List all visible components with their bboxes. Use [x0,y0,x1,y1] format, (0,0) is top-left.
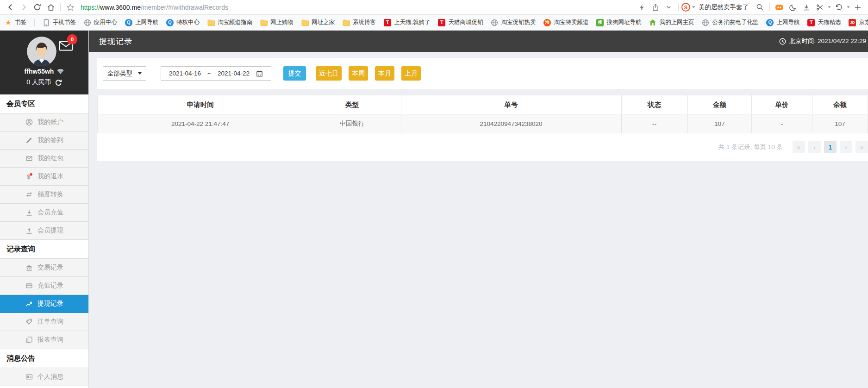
back-icon[interactable] [4,1,17,13]
pencil-icon [25,137,33,144]
exchange-icon [25,191,33,198]
quick-this-week-button[interactable]: 本周 [349,66,368,81]
last-page-button[interactable]: » [856,141,868,153]
sidebar-item-my-account[interactable]: 我的帐户 [0,113,88,131]
home-icon[interactable] [44,1,57,13]
download-icon [25,209,33,216]
cell-order-number: 210422094734238020 [401,114,621,133]
bookmark-item[interactable]: 天猫商城促销 [438,19,483,26]
date-range-input[interactable]: 2021-04-16 ~ 2021-04-22 [161,66,271,81]
bookmark-item[interactable]: 特权中心 [166,19,200,26]
bookmark-item[interactable]: 上天猫,就购了 [384,19,430,26]
bookmark-item[interactable]: 网上购物 [260,19,293,26]
bookmark-item[interactable]: 搜狗网址导航 [596,19,641,26]
mail-button[interactable]: 0 [59,40,73,51]
taobao-icon [543,19,551,26]
prev-page-button[interactable]: ‹ [808,141,821,153]
bookmark-item[interactable]: 应用中心 [84,19,117,26]
tmall-icon [807,19,815,26]
type-select[interactable]: 全部类型 [103,66,146,81]
page-1-button[interactable]: 1 [824,141,837,153]
sidebar-item-bet-records[interactable]: 注单查询 [0,313,88,331]
bookmark-star-icon[interactable] [63,1,77,13]
divider [769,3,770,11]
user-icon [25,119,33,126]
beijing-time-text: 北京时间: 2021/04/22 22:29 [789,37,866,45]
page-body: 提现记录 北京时间: 2021/04/22 22:29 [0,31,868,388]
new-tab-plus-icon[interactable] [851,1,864,13]
refresh-balance-icon[interactable] [55,79,62,86]
game-center-icon[interactable] [773,1,786,13]
lightning-icon[interactable] [635,1,649,13]
house-icon [649,19,656,26]
sidebar-item-transaction-records[interactable]: 交易记录 [0,259,88,277]
sidebar-item-deposit[interactable]: 会员充值 [0,204,88,222]
pagination: 共 1 条记录, 每页 10 条 « ‹ 1 › » [97,133,868,161]
date-range-separator: ~ [207,70,211,77]
submit-button[interactable]: 提交 [283,66,306,81]
undo-history-icon[interactable] [832,1,845,13]
bookmark-item[interactable]: 网址之家 [301,19,335,26]
col-balance: 余额 [812,95,868,114]
sidebar-item-sign-in[interactable]: 我的签到 [0,131,88,150]
sidebar-item-report-query[interactable]: 报表查询 [0,331,88,349]
sidebar: 0 ffhw55wh 0 人民币 会员专区 我的帐户 我的签到 我的红包 $我的… [0,31,89,388]
share-icon[interactable] [649,1,662,13]
sogou-icon [596,19,604,26]
quick-last-month-button[interactable]: 上月 [401,66,421,81]
sidebar-item-withdraw[interactable]: 会员提现 [0,222,88,240]
first-page-button[interactable]: « [793,141,805,153]
sogou-logo-icon[interactable] [681,3,690,12]
folder-icon [260,19,268,26]
user-panel: 0 ffhw55wh 0 人民币 [0,31,88,94]
chevron-down-icon[interactable] [662,1,675,13]
quick-this-month-button[interactable]: 本月 [375,66,394,81]
bookmark-item[interactable]: 公务消费电子化监 [702,19,758,26]
download-icon[interactable] [799,1,813,13]
sidebar-item-red-packet[interactable]: 我的红包 [0,150,88,168]
divider [34,19,35,26]
pagination-summary: 共 1 条记录, 每页 10 条 [718,143,783,151]
dollar-dot-icon: $ [25,173,33,180]
globe-icon [491,19,498,26]
tags-icon [25,318,33,325]
sidebar-item-personal-messages[interactable]: 个人消息 [0,368,88,386]
forward-icon[interactable] [17,1,31,13]
q-badge-icon [766,19,774,26]
screenshot-scissors-icon[interactable] [813,1,826,13]
bookmark-item[interactable]: 天猫精选 [807,19,841,26]
dark-mode-moon-icon[interactable] [786,1,799,13]
bookmark-item[interactable]: 手机书签 [43,19,76,26]
bookmark-item[interactable]: 我的上网主页 [649,19,694,26]
bookmark-item[interactable]: 书签 [5,19,26,26]
bookmark-item[interactable]: 上网导航 [125,19,158,26]
cell-status: -- [621,114,687,133]
search-suggestion[interactable]: 美的居然卖手套了 [699,3,749,12]
calendar-icon [256,70,263,77]
sidebar-item-rebate[interactable]: $我的返水 [0,168,88,186]
search-engine-caret-icon[interactable] [690,1,697,13]
avatar[interactable] [27,37,56,66]
undo-caret-icon[interactable] [845,1,851,13]
bookmark-item[interactable]: 淘宝促销热卖 [491,19,536,26]
next-page-button[interactable]: › [840,141,852,153]
bookmark-item[interactable]: 京东商城 [849,19,868,26]
section-header-announcements: 消息公告 [0,349,88,368]
quick-last-7-days-button[interactable]: 近七日 [316,66,342,81]
q-badge-icon [166,19,174,26]
sidebar-item-deposit-records[interactable]: 充值记录 [0,277,88,295]
bookmark-item[interactable]: 淘宝特卖频道 [543,19,588,26]
bookmark-item[interactable]: 淘宝频道指南 [207,19,252,26]
main-content: 全部类型 2021-04-16 ~ 2021-04-22 提交 近七日 本周 本… [89,31,868,388]
bookmark-item[interactable]: 上网导航 [766,19,799,26]
table-row: 2021-04-22 21:47:47 中国银行 210422094734238… [98,114,868,133]
url-field[interactable]: https://www.3600.me/member/#/withdrawalR… [81,4,228,11]
bookmark-item[interactable]: 系统博客 [343,19,376,26]
username: ffhw55wh [25,68,54,75]
reload-icon[interactable] [31,1,44,13]
sidebar-item-quota-transfer[interactable]: 额度转换 [0,186,88,204]
scissors-caret-icon[interactable] [826,1,832,13]
sidebar-item-withdrawal-records[interactable]: 提现记录 [0,295,88,313]
dropdown-caret-icon [138,72,142,75]
search-icon[interactable] [753,1,767,13]
